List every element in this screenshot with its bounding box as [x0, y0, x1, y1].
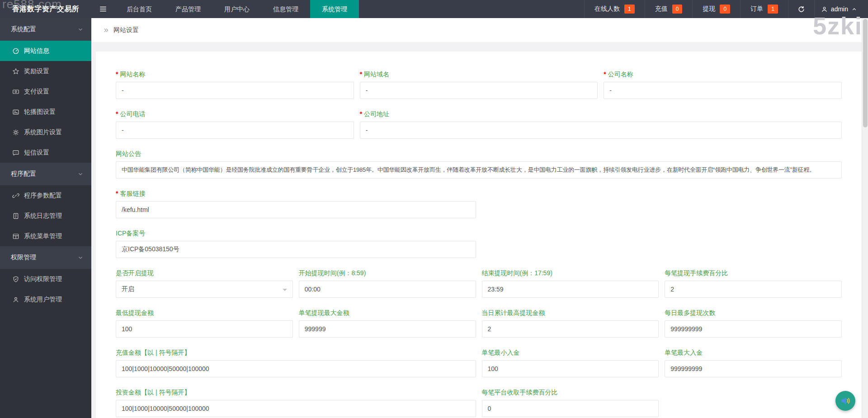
- input-withdraw_max_per[interactable]: [299, 320, 476, 338]
- required-asterisk: *: [116, 70, 118, 78]
- input-recharge_amounts[interactable]: [116, 360, 476, 377]
- sidebar-section-system-config[interactable]: 系统配置: [0, 18, 91, 41]
- input-invest_amounts[interactable]: [116, 400, 476, 417]
- nav-item-info[interactable]: 信息管理: [261, 0, 310, 18]
- stat-orders[interactable]: 订单1: [740, 0, 788, 18]
- field-deposit_min: 单笔最小入金: [482, 349, 659, 377]
- required-asterisk: *: [116, 190, 118, 197]
- stat-online-users[interactable]: 在线人数1: [584, 0, 645, 18]
- stat-badge: 1: [624, 5, 635, 14]
- input-platform_fee_pct[interactable]: [482, 400, 659, 417]
- sidebar-item-label: 程序参数配置: [24, 192, 62, 200]
- label-deposit_max: 单笔最大入金: [665, 349, 842, 357]
- stat-recharge[interactable]: 充值0: [645, 0, 693, 18]
- stat-label: 订单: [750, 5, 763, 13]
- sidebar-item-label: 短信设置: [24, 149, 49, 157]
- header-right: 在线人数1充值0提现0订单1 admin: [584, 0, 868, 18]
- sidebar-item-image-setting[interactable]: 系统图片设置: [0, 122, 91, 142]
- speaker-icon: [840, 395, 851, 407]
- nav-item-product[interactable]: 产品管理: [164, 0, 212, 18]
- admin-menu[interactable]: admin: [814, 0, 868, 18]
- sidebar-item-log-manage[interactable]: 系统日志管理: [0, 206, 91, 226]
- menu-toggle-icon[interactable]: [91, 0, 115, 18]
- breadcrumb-label: 网站设置: [113, 26, 139, 34]
- field-withdraw_day_count: 每日最多提现次数: [665, 309, 842, 338]
- sidebar-item-menu-manage[interactable]: 系统菜单管理: [0, 226, 91, 246]
- label-withdraw_day_count: 每日最多提现次数: [665, 309, 842, 317]
- input-site_notice[interactable]: [116, 161, 842, 178]
- field-withdraw_min: 最低提现金额: [116, 309, 293, 338]
- required-asterisk: *: [604, 70, 606, 78]
- top-nav: 后台首页产品管理用户中心信息管理系统管理: [115, 0, 359, 18]
- refresh-button[interactable]: [788, 0, 814, 18]
- form-row: ICP备案号: [116, 230, 842, 258]
- input-company_phone[interactable]: [116, 122, 354, 139]
- stat-badge: 0: [672, 5, 683, 14]
- sidebar-item-access-manage[interactable]: 访问权限管理: [0, 269, 91, 289]
- label-icp_number: ICP备案号: [116, 230, 476, 238]
- select-withdraw_switch[interactable]: 开启: [116, 281, 293, 298]
- chevron-down-icon: [78, 171, 83, 177]
- main-content: 网站设置 *网站名称*网站域名*公司名称*公司电话*公司地址网站公告*客服链接I…: [91, 18, 868, 418]
- label-company_phone: *公司电话: [116, 110, 354, 118]
- input-kefu_link[interactable]: [116, 201, 476, 218]
- form-row: 是否开启提现开启开始提现时间(例：8:59)结束提现时间(例：17:59)每笔提…: [116, 269, 842, 298]
- stat-label: 在线人数: [594, 5, 620, 13]
- form-row: *客服链接: [116, 190, 842, 218]
- shield-icon: [12, 275, 19, 283]
- sidebar-item-label: 支付设置: [24, 88, 49, 96]
- input-withdraw_end[interactable]: [482, 281, 659, 298]
- stat-badge: 1: [768, 5, 778, 14]
- sidebar-section-permission[interactable]: 权限管理: [0, 246, 91, 269]
- sidebar-section-program-config[interactable]: 程序配置: [0, 163, 91, 185]
- sidebar-item-site-info[interactable]: 网站信息: [0, 41, 91, 61]
- select-value: 开启: [122, 285, 134, 293]
- input-withdraw_day_count[interactable]: [665, 320, 842, 338]
- input-deposit_max[interactable]: [665, 360, 842, 377]
- sidebar-item-user-manage[interactable]: 系统用户管理: [0, 289, 91, 310]
- section-title: 系统配置: [11, 25, 36, 33]
- page-layout: 系统配置网站信息奖励设置支付设置轮播图设置系统图片设置短信设置程序配置程序参数配…: [0, 18, 868, 418]
- input-icp_number[interactable]: [116, 241, 476, 258]
- field-withdraw_day_max: 当日累计最高提现金额: [482, 309, 659, 338]
- sidebar-item-label: 网站信息: [24, 47, 49, 55]
- input-withdraw_start[interactable]: [299, 281, 476, 298]
- caret-down-icon: [283, 289, 287, 293]
- nav-item-user[interactable]: 用户中心: [212, 0, 261, 18]
- input-withdraw_day_max[interactable]: [482, 320, 659, 338]
- label-withdraw_end: 结束提现时间(例：17:59): [482, 269, 659, 277]
- form-row: 投资金额【以 | 符号隔开】每笔平台收取手续费百分比: [116, 389, 842, 417]
- sidebar-item-reward-setting[interactable]: 奖励设置: [0, 61, 91, 81]
- stat-withdraw[interactable]: 提现0: [692, 0, 740, 18]
- form-row: *公司电话*公司地址: [116, 110, 842, 139]
- person-icon: [12, 296, 19, 303]
- input-deposit_min[interactable]: [482, 360, 659, 377]
- field-deposit_max: 单笔最大入金: [665, 349, 842, 377]
- input-withdraw_fee_pct[interactable]: [665, 281, 842, 298]
- sidebar-item-label: 系统用户管理: [24, 296, 62, 304]
- breadcrumb-chevrons-icon: [103, 27, 109, 33]
- page-scrollbar[interactable]: [862, 18, 868, 418]
- input-site_domain[interactable]: [360, 82, 598, 99]
- sidebar-item-pay-setting[interactable]: 支付设置: [0, 81, 91, 102]
- sidebar-item-banner-setting[interactable]: 轮播图设置: [0, 102, 91, 122]
- nav-item-home[interactable]: 后台首页: [115, 0, 164, 18]
- scrollbar-thumb[interactable]: [863, 19, 868, 127]
- label-recharge_amounts: 充值金额【以 | 符号隔开】: [116, 349, 476, 357]
- field-icp_number: ICP备案号: [116, 230, 476, 258]
- input-withdraw_min[interactable]: [116, 320, 293, 338]
- nav-item-system[interactable]: 系统管理: [310, 0, 359, 18]
- label-withdraw_fee_pct: 每笔提现手续费百分比: [665, 269, 842, 277]
- label-withdraw_switch: 是否开启提现: [116, 269, 293, 277]
- input-company_name[interactable]: [604, 82, 842, 99]
- input-site_name[interactable]: [116, 82, 354, 99]
- sidebar: 系统配置网站信息奖励设置支付设置轮播图设置系统图片设置短信设置程序配置程序参数配…: [0, 18, 91, 418]
- sidebar-item-sms-setting[interactable]: 短信设置: [0, 142, 91, 163]
- sidebar-item-param-config[interactable]: 程序参数配置: [0, 185, 91, 206]
- form-row: 充值金额【以 | 符号隔开】单笔最小入金单笔最大入金: [116, 349, 842, 377]
- settings-form-card: *网站名称*网站域名*公司名称*公司电话*公司地址网站公告*客服链接ICP备案号…: [96, 52, 862, 418]
- announcement-sound-button[interactable]: [835, 391, 855, 411]
- label-site_domain: *网站域名: [360, 70, 598, 79]
- input-company_address[interactable]: [360, 122, 842, 139]
- form-row: 最低提现金额单笔提现最大金额当日累计最高提现金额每日最多提现次数: [116, 309, 842, 338]
